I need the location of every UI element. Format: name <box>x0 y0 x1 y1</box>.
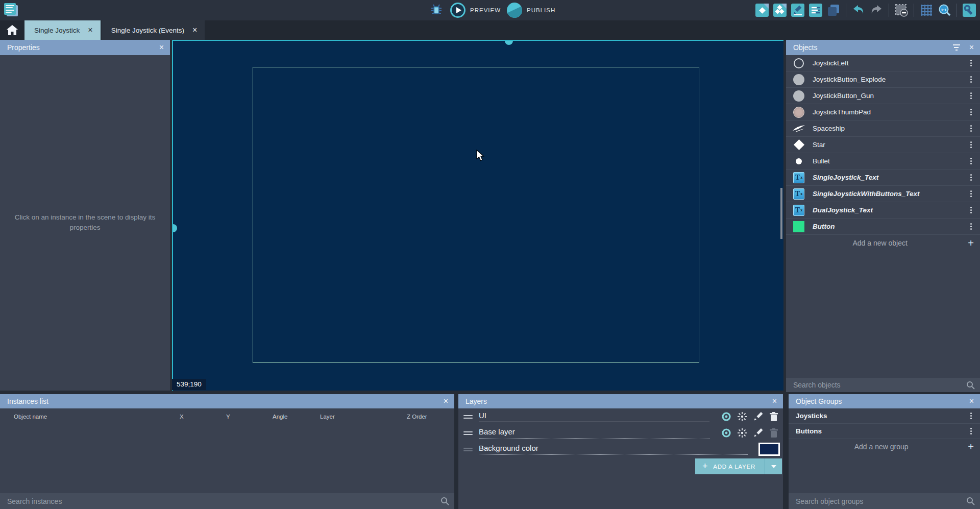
tabbar: Single Joystick × Single Joystick (Event… <box>0 20 980 40</box>
layer-name[interactable]: UI <box>479 411 486 420</box>
object-row[interactable]: JoystickButton_Gun <box>786 88 980 104</box>
project-manager-icon[interactable] <box>4 3 18 17</box>
background-color-swatch[interactable] <box>758 443 780 456</box>
object-menu-icon[interactable] <box>967 92 975 99</box>
visibility-icon[interactable] <box>720 428 732 438</box>
panel-title: Properties <box>7 43 40 52</box>
background-color-row[interactable]: Background color <box>458 441 783 457</box>
group-row[interactable]: Joysticks <box>789 408 980 424</box>
grid-icon[interactable] <box>919 3 934 18</box>
object-row[interactable]: Tx SingleJoystickWithButtons_Text <box>786 186 980 202</box>
svg-text:1:1: 1:1 <box>941 8 947 12</box>
redo-icon[interactable] <box>869 3 884 18</box>
vertical-scroll-knob[interactable] <box>173 224 177 232</box>
layer-row-ui[interactable]: UI <box>458 408 783 425</box>
search-icon <box>966 381 975 390</box>
layer-row-base[interactable]: Base layer <box>458 425 783 441</box>
home-icon <box>7 25 18 35</box>
layers-header: Layers × <box>458 394 783 408</box>
object-menu-icon[interactable] <box>967 207 975 213</box>
object-menu-icon[interactable] <box>967 60 975 66</box>
add-layer-button[interactable]: + ADD A LAYER <box>695 458 782 474</box>
object-row[interactable]: Button <box>786 219 980 235</box>
add-object-icon[interactable] <box>754 3 770 18</box>
search-instances-input[interactable] <box>6 497 440 506</box>
delete-layer-icon[interactable] <box>768 412 780 421</box>
visibility-icon[interactable] <box>720 411 732 422</box>
chevron-down-icon <box>771 465 776 468</box>
object-menu-icon[interactable] <box>967 190 975 197</box>
object-row[interactable]: Tx DualJoystick_Text <box>786 202 980 219</box>
publish-button[interactable]: PUBLISH <box>507 3 555 18</box>
close-icon[interactable]: × <box>159 43 164 52</box>
object-menu-icon[interactable] <box>967 125 975 132</box>
drag-handle-icon[interactable] <box>463 415 473 419</box>
zoom-1-1-icon[interactable]: 1:1 <box>937 3 952 18</box>
tab-single-joystick[interactable]: Single Joystick × <box>24 20 101 40</box>
instances-panel: Instances list × Object name X Y Angle L… <box>0 394 454 509</box>
filter-icon[interactable] <box>953 44 960 51</box>
preview-button[interactable]: PREVIEW <box>450 3 501 18</box>
edit-layer-icon[interactable] <box>752 412 764 421</box>
sprite-icon <box>792 74 805 85</box>
horizontal-scroll-knob[interactable] <box>505 41 513 45</box>
home-tab[interactable] <box>0 20 24 40</box>
group-menu-icon[interactable] <box>967 413 975 419</box>
drag-handle-icon[interactable] <box>463 431 473 435</box>
add-layer-dropdown[interactable] <box>765 458 782 474</box>
toolbar-separator <box>889 4 889 17</box>
object-menu-icon[interactable] <box>967 76 975 83</box>
plus-icon: + <box>968 238 974 248</box>
close-icon[interactable]: × <box>444 397 448 406</box>
object-row[interactable]: Tx SingleJoystick_Text <box>786 169 980 186</box>
close-icon[interactable]: × <box>969 397 974 406</box>
object-row[interactable]: JoystickThumbPad <box>786 104 980 120</box>
tab-single-joystick-events[interactable]: Single Joystick (Events) × <box>102 20 205 40</box>
add-group-button[interactable]: Add a new group + <box>789 439 980 454</box>
instances-list-icon[interactable] <box>772 3 788 18</box>
add-object-button[interactable]: Add a new object + <box>786 235 980 251</box>
toolbar-separator <box>957 4 957 17</box>
search-objects-input[interactable] <box>792 380 966 390</box>
search-groups-input[interactable] <box>795 497 966 506</box>
object-row[interactable]: JoystickLeft <box>786 55 980 71</box>
game-window-frame <box>253 67 699 363</box>
close-icon[interactable]: × <box>772 397 777 406</box>
column-z-order: Z Order <box>407 414 427 420</box>
undo-icon[interactable] <box>851 3 866 18</box>
close-tab-icon[interactable]: × <box>88 26 92 34</box>
edit-scene-icon[interactable] <box>790 3 805 18</box>
column-object-name: Object name <box>14 414 47 420</box>
object-row[interactable]: Bullet <box>786 153 980 169</box>
effects-icon[interactable] <box>736 411 748 422</box>
object-menu-icon[interactable] <box>967 174 975 181</box>
debugger-icon[interactable] <box>429 3 444 18</box>
scene-properties-icon[interactable] <box>808 3 823 18</box>
layer-name[interactable]: Base layer <box>479 427 515 436</box>
object-menu-icon[interactable] <box>967 223 975 230</box>
object-menu-icon[interactable] <box>967 109 975 115</box>
star-icon <box>792 141 805 149</box>
object-menu-icon[interactable] <box>967 141 975 148</box>
object-row[interactable]: Spaceship <box>786 120 980 137</box>
search-objects-field[interactable] <box>786 378 980 392</box>
instances-header: Instances list × <box>0 394 454 408</box>
close-tab-icon[interactable]: × <box>192 26 197 34</box>
object-menu-icon[interactable] <box>967 158 975 164</box>
group-row[interactable]: Buttons <box>789 424 980 439</box>
edit-layer-icon[interactable] <box>752 428 764 438</box>
toolbar-separator <box>914 4 914 17</box>
object-row[interactable]: Star <box>786 137 980 153</box>
effects-icon[interactable] <box>736 428 748 438</box>
close-icon[interactable]: × <box>969 43 974 52</box>
scene-canvas[interactable]: 539;190 <box>172 40 783 391</box>
search-instances-field[interactable] <box>0 493 454 509</box>
vertical-scrollbar-thumb[interactable] <box>780 188 782 239</box>
object-groups-header: Object Groups × <box>789 394 980 408</box>
object-row[interactable]: JoystickButton_Explode <box>786 71 980 88</box>
delete-selection-icon[interactable] <box>894 3 909 18</box>
group-menu-icon[interactable] <box>967 428 975 434</box>
search-groups-field[interactable] <box>789 493 980 509</box>
layers-icon[interactable] <box>826 3 841 18</box>
project-settings-icon[interactable] <box>962 3 977 18</box>
